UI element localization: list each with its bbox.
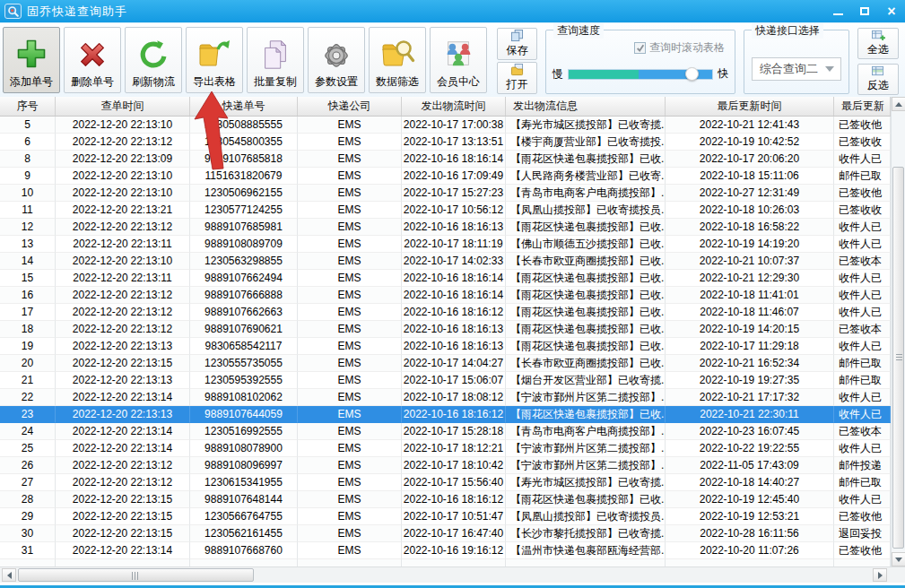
column-header-tno[interactable]: 快递单号 — [190, 97, 298, 116]
cell-utime: 2022-10-18 10:26:03 — [666, 202, 834, 219]
table-row[interactable]: 262022-12-20 22:13:129889108096997EMS202… — [0, 457, 905, 474]
cell-seq: 9 — [0, 168, 56, 185]
query-speed-title: 查询速度 — [553, 23, 604, 39]
table-row[interactable]: 82022-12-20 22:13:099889107685818EMS2022… — [0, 151, 905, 168]
open-button[interactable]: 打开 — [497, 62, 537, 94]
cell-sinfo: 【凤凰山揽投部】已收寄揽投员... — [506, 202, 666, 219]
refresh-logistics-button[interactable]: 刷新物流 — [125, 27, 182, 93]
table-row[interactable]: 132022-12-20 22:13:119889108089709EMS202… — [0, 236, 905, 253]
table-row[interactable]: 52022-12-20 22:13:101230508885555EMS2022… — [0, 117, 905, 134]
slider-thumb[interactable] — [685, 67, 699, 81]
cell-sinfo: 【雨花区快递包裹揽投部】已收... — [506, 321, 666, 338]
column-header-status[interactable]: 最后更新 — [834, 97, 891, 116]
member-center-button[interactable]: 会员中心 — [430, 27, 487, 93]
cell-stime: 2022-10-17 10:56:12 — [402, 202, 506, 219]
table-row[interactable]: 162022-12-20 22:13:129889107666888EMS202… — [0, 287, 905, 304]
table-row[interactable]: 192022-12-20 22:13:139830658542117EMS202… — [0, 338, 905, 355]
table-row[interactable]: 122022-12-20 22:13:129889107685981EMS202… — [0, 219, 905, 236]
cell-empty — [402, 559, 506, 566]
scroll-right-button[interactable] — [873, 568, 887, 582]
horizontal-scrollbar[interactable] — [0, 566, 905, 583]
copy-pages-icon — [258, 35, 292, 74]
column-header-utime[interactable]: 最后更新时间 — [666, 97, 834, 116]
cell-qtime: 2022-12-20 22:13:10 — [56, 117, 190, 134]
cell-sinfo: 【烟台开发区营业部】已收寄揽... — [506, 372, 666, 389]
column-header-comp[interactable]: 快递公司 — [298, 97, 402, 116]
table-row[interactable]: 242022-12-20 22:13:141230516992555EMS202… — [0, 423, 905, 440]
table-row[interactable]: 272022-12-20 22:13:121230615341955EMS202… — [0, 474, 905, 491]
table-row[interactable]: 62022-12-20 22:13:121230545800355EMS2022… — [0, 134, 905, 151]
api-dropdown[interactable]: 综合查询二 — [752, 57, 841, 81]
cell-stime: 2022-10-16 18:16:14 — [402, 270, 506, 287]
table-row-selected[interactable]: 232022-12-20 22:13:139889107644059EMS202… — [0, 406, 905, 423]
close-button[interactable]: × — [878, 0, 905, 22]
table-row[interactable]: 202022-12-20 22:13:151230555735055EMS202… — [0, 355, 905, 372]
table-row[interactable]: 102022-12-20 22:13:101230506962155EMS202… — [0, 185, 905, 202]
cell-stime: 2022-10-17 13:13:51 — [402, 134, 506, 151]
cell-sinfo: 【青岛市电商客户电商揽投部】... — [506, 423, 666, 440]
table-row[interactable]: 152022-12-20 22:13:119889107662494EMS202… — [0, 270, 905, 287]
vertical-scrollbar[interactable] — [891, 97, 905, 566]
cell-seq: 10 — [0, 185, 56, 202]
save-button[interactable]: 保存 — [497, 28, 537, 60]
data-filter-button[interactable]: 数据筛选 — [369, 27, 426, 93]
cell-sinfo: 【温州市快递包裹部瓯海经营部... — [506, 542, 666, 559]
column-header-sinfo[interactable]: 发出物流信息 — [506, 97, 666, 116]
cell-empty — [506, 559, 666, 566]
horizontal-scroll-thumb[interactable] — [18, 568, 254, 582]
speed-slider[interactable] — [568, 69, 713, 80]
maximize-button[interactable] — [851, 0, 878, 22]
scroll-left-button[interactable] — [2, 568, 16, 582]
table-row[interactable]: 312022-12-20 22:13:149889107668760EMS202… — [0, 542, 905, 559]
cell-comp: EMS — [298, 525, 402, 542]
cell-tno: 9889107690621 — [190, 321, 298, 338]
gear-icon — [319, 35, 353, 74]
select-all-button[interactable]: 全选 — [857, 28, 899, 59]
cell-seq: 28 — [0, 491, 56, 508]
column-header-seq[interactable]: 序号 — [0, 97, 56, 116]
parameter-settings-button[interactable]: 参数设置 — [308, 27, 365, 93]
table-row[interactable]: 182022-12-20 22:13:129889107690621EMS202… — [0, 321, 905, 338]
cell-status: 已签收收 — [834, 134, 891, 151]
table-row[interactable]: 292022-12-20 22:13:151230566764755EMS202… — [0, 508, 905, 525]
table-row[interactable]: 92022-12-20 22:13:101151631820679EMS2022… — [0, 168, 905, 185]
column-header-stime[interactable]: 发出物流时间 — [402, 97, 506, 116]
table-row[interactable]: 302022-12-20 22:13:151230562161455EMS202… — [0, 525, 905, 542]
scroll-up-button[interactable] — [892, 97, 905, 111]
cell-utime: 2022-10-19 19:27:35 — [666, 372, 834, 389]
cell-stime: 2022-10-16 18:16:14 — [402, 287, 506, 304]
vertical-scroll-thumb[interactable] — [892, 167, 904, 549]
cell-qtime: 2022-12-20 22:13:13 — [56, 406, 190, 423]
cell-stime: 2022-10-17 10:51:47 — [402, 508, 506, 525]
delete-number-button[interactable]: 删除单号 — [64, 27, 121, 93]
cell-qtime: 2022-12-20 22:13:15 — [56, 491, 190, 508]
table-row[interactable]: 252022-12-20 22:13:149889108078900EMS202… — [0, 440, 905, 457]
cell-qtime: 2022-12-20 22:13:14 — [56, 542, 190, 559]
export-table-button[interactable]: 导出表格 — [186, 27, 243, 93]
table-row[interactable]: 282022-12-20 22:13:159889107648144EMS202… — [0, 491, 905, 508]
cell-stime: 2022-10-17 16:47:40 — [402, 525, 506, 542]
cell-tno: 9889108096997 — [190, 457, 298, 474]
triangle-up-icon — [895, 102, 902, 107]
slider-fill — [569, 70, 639, 79]
table-row[interactable]: 222022-12-20 22:13:149889108102062EMS202… — [0, 389, 905, 406]
table-row[interactable]: 172022-12-20 22:13:129889107662663EMS202… — [0, 304, 905, 321]
cell-qtime: 2022-12-20 22:13:10 — [56, 253, 190, 270]
api-dropdown-value: 综合查询二 — [760, 61, 818, 77]
table-row[interactable]: 212022-12-20 22:13:131230595392555EMS202… — [0, 372, 905, 389]
scroll-down-button[interactable] — [892, 552, 905, 566]
add-number-button[interactable]: 添加单号 — [3, 27, 60, 93]
invert-selection-button[interactable]: 反选 — [857, 64, 899, 95]
selection-buttons: 全选 反选 — [857, 28, 899, 99]
minimize-button[interactable] — [824, 0, 851, 22]
cell-tno: 9889107666888 — [190, 287, 298, 304]
cell-stime: 2022-10-17 15:28:18 — [402, 423, 506, 440]
cell-stime: 2022-10-17 18:12:21 — [402, 440, 506, 457]
table-row[interactable]: 142022-12-20 22:13:101230563298855EMS202… — [0, 253, 905, 270]
batch-copy-button[interactable]: 批量复制 — [247, 27, 304, 93]
table-row[interactable]: 112022-12-20 22:13:211230577124255EMS202… — [0, 202, 905, 219]
column-header-qtime[interactable]: 查单时间 — [56, 97, 190, 116]
cell-status: 已签收他 — [834, 508, 891, 525]
scroll-table-checkbox[interactable] — [634, 42, 646, 54]
cell-empty — [56, 559, 190, 566]
